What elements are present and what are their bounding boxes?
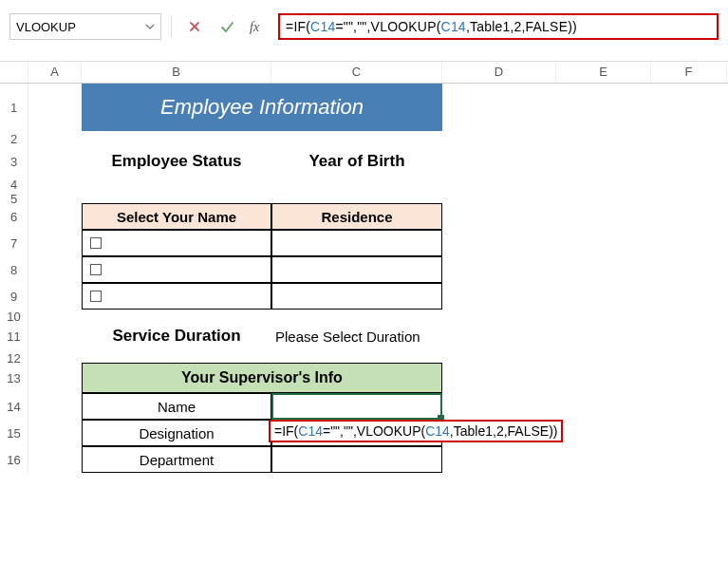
select-duration-text: Please Select Duration	[271, 321, 442, 351]
name-box[interactable]: VLOOKUP	[9, 13, 161, 40]
row-number[interactable]: 1	[0, 84, 28, 131]
row-number[interactable]: 7	[0, 230, 28, 256]
c14-cell[interactable]	[271, 393, 442, 420]
c16-cell[interactable]	[271, 446, 442, 473]
enter-icon[interactable]	[214, 13, 240, 40]
checkbox-icon[interactable]	[90, 237, 102, 249]
table-row[interactable]	[271, 230, 442, 256]
row-number[interactable]: 15	[0, 420, 28, 446]
table-row[interactable]	[271, 256, 442, 283]
divider	[171, 15, 172, 38]
row-number[interactable]: 13	[0, 363, 28, 393]
name-box-value: VLOOKUP	[16, 20, 76, 34]
row-number[interactable]: 8	[0, 256, 28, 283]
col-header[interactable]: D	[442, 62, 556, 83]
row-number[interactable]: 16	[0, 446, 28, 473]
year-of-birth-label: Year of Birth	[271, 146, 442, 177]
col-header[interactable]: A	[28, 62, 82, 83]
row-number[interactable]: 3	[0, 146, 28, 177]
row-number[interactable]: 9	[0, 283, 28, 310]
formula-bar[interactable]: =IF(C14="","",VLOOKUP(C14,Table1,2,FALSE…	[278, 13, 719, 40]
table-row[interactable]	[82, 256, 271, 283]
row-number[interactable]: 14	[0, 393, 28, 420]
table-row[interactable]	[82, 283, 271, 310]
row-number[interactable]: 4	[0, 177, 28, 192]
employee-status-label: Employee Status	[82, 146, 271, 177]
checkbox-icon[interactable]	[90, 291, 102, 302]
col-header[interactable]: B	[82, 62, 271, 83]
row-number[interactable]: 11	[0, 321, 28, 351]
banner-title: Employee Information	[82, 84, 442, 131]
col-header[interactable]: F	[651, 62, 727, 83]
select-name-header: Select Your Name	[82, 203, 271, 230]
row-number[interactable]: 2	[0, 131, 28, 146]
chevron-down-icon[interactable]	[145, 23, 155, 30]
column-headers: A B C D E F	[0, 62, 728, 84]
supervisor-designation-label: Designation	[82, 420, 271, 446]
table-row[interactable]	[271, 283, 442, 310]
col-header[interactable]: C	[271, 62, 442, 83]
service-duration-label: Service Duration	[82, 321, 271, 351]
fx-icon[interactable]: fx	[246, 13, 272, 40]
supervisor-department-label: Department	[82, 446, 271, 473]
row-number[interactable]: 6	[0, 203, 28, 230]
supervisor-name-label: Name	[82, 393, 271, 420]
table-row[interactable]	[82, 230, 271, 256]
cell-formula-overlay[interactable]: =IF(C14="","",VLOOKUP(C14,Table1,2,FALSE…	[269, 420, 563, 442]
checkbox-icon[interactable]	[90, 264, 102, 275]
residence-header: Residence	[271, 203, 442, 230]
svg-text:fx: fx	[250, 20, 260, 34]
cancel-icon[interactable]	[181, 13, 208, 40]
col-header[interactable]: E	[556, 62, 651, 83]
supervisor-info-header: Your Supervisor's Info	[82, 363, 442, 393]
spreadsheet-grid[interactable]: A B C D E F 1 Employee Information 2 3 E…	[0, 62, 728, 473]
